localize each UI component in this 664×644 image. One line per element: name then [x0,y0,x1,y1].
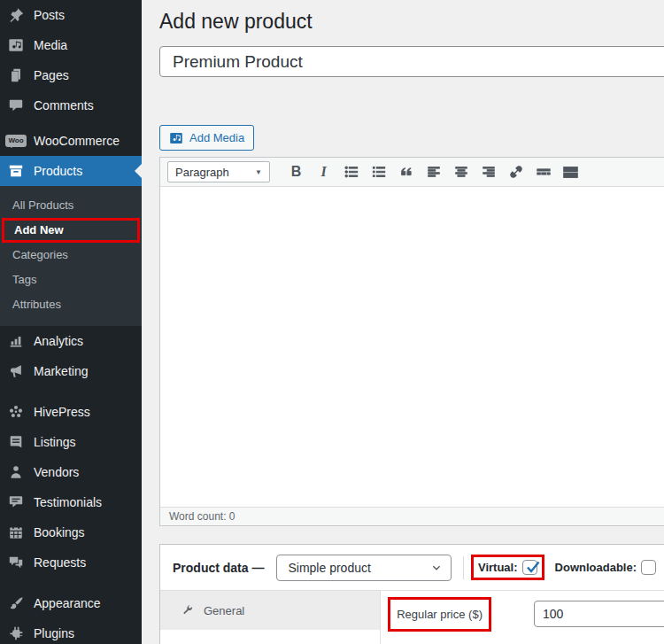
submenu-item-attributes[interactable]: Attributes [0,292,142,317]
italic-button[interactable]: I [310,160,337,183]
sidebar-item-listings[interactable]: Listings [0,427,142,457]
keyboard-shortcuts-icon[interactable] [557,160,584,183]
active-menu-arrow [127,164,142,178]
align-right-icon[interactable] [475,160,502,183]
hivepress-flower-icon [7,403,25,421]
sidebar-item-label: Listings [34,435,75,449]
product-data-title: Product data — [173,561,264,575]
listings-document-icon [7,433,25,451]
add-media-label: Add Media [189,131,244,144]
sidebar-item-vendors[interactable]: Vendors [0,457,142,487]
sidebar-item-label: Vendors [34,465,79,479]
product-data-body: General Inventory Regular price ($) [160,591,664,644]
sidebar-item-label: Comments [34,98,94,113]
sidebar-item-testimonials[interactable]: Testimonials [0,487,142,517]
general-tab-content: Regular price ($) [381,591,664,644]
bulleted-list-icon[interactable] [337,160,365,183]
submenu-item-categories[interactable]: Categories [0,243,142,268]
align-left-icon[interactable] [420,160,447,183]
sidebar-item-label: Media [34,38,67,52]
virtual-label: Virtual: [478,561,518,574]
sidebar-item-comments[interactable]: Comments [0,90,142,120]
megaphone-icon [7,362,25,380]
sidebar-item-pages[interactable]: Pages [0,60,142,90]
wrench-icon [180,603,194,617]
product-data-header: Product data — Simple product Virtual: D… [160,545,664,591]
sidebar-item-appearance[interactable]: Appearance [0,588,142,618]
products-box-icon [7,162,25,180]
downloadable-label: Downloadable: [555,561,637,574]
woocommerce-icon: Woo [7,132,25,150]
content-editor: Paragraph ▼ B I Word count: 0 [159,157,664,526]
comment-icon [7,97,25,114]
plugin-icon [7,625,25,642]
sidebar-item-label: Marketing [34,364,88,378]
products-submenu: All Products Add New Categories Tags Att… [0,186,142,326]
paintbrush-icon [7,594,25,612]
sidebar-item-label: Testimonials [34,495,102,509]
sidebar-item-hivepress[interactable]: HivePress [0,397,142,427]
main-content: Add new product Add Media Paragraph ▼ B … [142,0,664,644]
add-media-icon [169,131,183,145]
submenu-item-tags[interactable]: Tags [0,268,142,292]
chat-bubbles-icon [7,554,25,571]
pages-icon [7,66,25,84]
sidebar-item-posts[interactable]: Posts [0,0,142,30]
product-type-select[interactable]: Simple product [276,555,452,581]
sidebar-item-bookings[interactable]: Bookings [0,517,142,547]
paragraph-format-select[interactable]: Paragraph ▼ [167,161,270,182]
checkmark-icon [524,558,542,576]
annotation-box-regular-price: Regular price ($) [388,597,491,632]
media-icon [7,36,25,54]
sidebar-item-plugins[interactable]: Plugins [0,618,142,644]
product-type-value: Simple product [288,561,370,575]
sidebar-item-label: WooCommerce [34,134,120,148]
add-media-button[interactable]: Add Media [159,125,254,151]
media-buttons-row: Add Media [159,125,664,151]
word-count: Word count: 0 [169,510,235,523]
sidebar-item-label: Pages [34,68,69,82]
sidebar-item-analytics[interactable]: Analytics [0,326,142,356]
sidebar-item-label: Posts [34,8,65,22]
sidebar-item-label: Products [34,164,82,178]
paragraph-format-label: Paragraph [175,166,229,179]
sidebar-item-label: Plugins [34,626,74,640]
person-icon [7,463,25,481]
tab-general[interactable]: General [160,591,380,630]
virtual-checkbox[interactable] [522,560,537,575]
submenu-item-all-products[interactable]: All Products [0,193,142,218]
caret-down-icon: ▼ [255,168,262,176]
editor-text-area[interactable] [160,187,664,507]
sidebar-item-label: Appearance [34,596,101,610]
blockquote-icon[interactable] [392,160,420,183]
product-data-panel: Product data — Simple product Virtual: D… [159,544,664,644]
sidebar-item-label: HivePress [34,405,90,419]
tab-label: General [204,604,244,617]
downloadable-checkbox[interactable] [641,560,656,575]
sidebar-item-label: Requests [34,555,86,570]
read-more-tag-icon[interactable] [529,160,557,183]
sidebar-item-products[interactable]: Products [0,156,142,186]
sidebar-item-requests[interactable]: Requests [0,547,142,578]
analytics-chart-icon [7,332,25,350]
annotation-box-virtual: Virtual: [471,555,544,580]
admin-sidebar: Posts Media Pages Comments Woo WooCommer… [0,0,142,644]
align-center-icon[interactable] [447,160,475,183]
regular-price-label: Regular price ($) [397,608,483,621]
product-title-input[interactable] [159,46,664,77]
sidebar-item-woocommerce[interactable]: Woo WooCommerce [0,126,142,156]
testimonial-bubble-icon [7,493,25,511]
regular-price-input[interactable] [534,601,664,627]
sidebar-item-marketing[interactable]: Marketing [0,356,142,386]
sidebar-item-media[interactable]: Media [0,30,142,60]
page-title: Add new product [159,9,664,35]
editor-statusbar: Word count: 0 [160,507,664,525]
tab-inventory[interactable]: Inventory [160,630,380,644]
submenu-item-add-new[interactable]: Add New [2,218,140,243]
editor-toolbar: Paragraph ▼ B I [160,158,664,187]
bold-button[interactable]: B [282,160,310,183]
link-icon[interactable] [502,160,529,183]
numbered-list-icon[interactable] [365,160,392,183]
sidebar-item-label: Analytics [34,334,83,348]
header-divider [463,556,464,579]
